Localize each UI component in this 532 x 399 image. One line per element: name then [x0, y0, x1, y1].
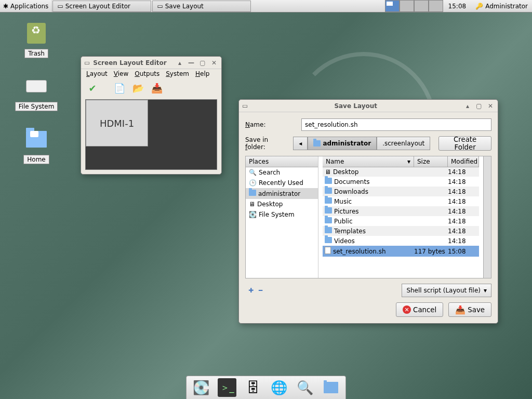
- path-segment-screenlayout[interactable]: .screenlayout: [377, 137, 430, 150]
- dock-terminal[interactable]: ＞_: [218, 378, 236, 397]
- workspace-2[interactable]: [400, 0, 414, 12]
- workspace-3[interactable]: [414, 0, 429, 12]
- apply-button[interactable]: ✔: [85, 81, 100, 95]
- file-row-public[interactable]: Public14:18: [323, 216, 479, 226]
- folder-icon: [325, 217, 332, 225]
- file-name: Downloads: [334, 188, 368, 195]
- place-item-search[interactable]: 🔍Search: [246, 167, 318, 178]
- toolbar: ✔ 📄 📂 📥: [81, 78, 221, 97]
- workspace-pager[interactable]: [385, 0, 443, 12]
- file-modified: 15:08: [448, 248, 479, 255]
- dock-search-doc[interactable]: 🔍: [296, 378, 314, 397]
- file-list: Name ▾ Size Modified 🖥Desktop14:18Docume…: [323, 156, 479, 278]
- save-icon: 📥: [455, 305, 466, 315]
- scrollbar-vertical[interactable]: [483, 156, 491, 278]
- file-modified: 14:18: [448, 218, 479, 225]
- applications-menu[interactable]: ✱ Applications: [0, 0, 52, 12]
- save-button[interactable]: 📥 Save: [448, 302, 491, 317]
- place-item-recently-used[interactable]: 🕒Recently Used: [246, 178, 318, 188]
- minimize-button[interactable]: —: [187, 59, 195, 67]
- taskbar-item-save-layout[interactable]: ▭ Save Layout: [152, 1, 251, 12]
- maximize-button[interactable]: ▢: [198, 59, 207, 67]
- desktop-icon-label: Trash: [24, 49, 48, 58]
- titlebar[interactable]: ▭ Screen Layout Editor ▴ — ▢ ✕: [81, 57, 221, 69]
- filetype-combo[interactable]: Shell script (Layout file) ▾: [402, 284, 491, 297]
- places-header[interactable]: Places: [246, 156, 318, 167]
- close-button[interactable]: ✕: [210, 59, 218, 67]
- folder-label: Save in folder:: [245, 136, 289, 151]
- place-item-file-system[interactable]: 💽File System: [246, 209, 318, 220]
- new-layout-button[interactable]: 📄: [112, 81, 127, 95]
- workspace-1[interactable]: [385, 0, 400, 12]
- file-row-desktop[interactable]: 🖥Desktop14:18: [323, 167, 479, 177]
- applications-label: Applications: [10, 3, 48, 10]
- file-row-music[interactable]: Music14:18: [323, 196, 479, 206]
- file-name: Public: [334, 218, 353, 225]
- column-size[interactable]: Size: [414, 156, 448, 167]
- desktop-icon-filesystem[interactable]: File System: [10, 74, 62, 111]
- user-menu[interactable]: 🔑 Administrator: [471, 3, 532, 10]
- add-place-button[interactable]: ✚: [248, 287, 254, 294]
- display-hdmi-1[interactable]: HDMI-1: [86, 100, 148, 147]
- menu-outputs[interactable]: Outputs: [135, 70, 159, 77]
- file-row-templates[interactable]: Templates14:18: [323, 226, 479, 236]
- menu-view[interactable]: View: [114, 70, 128, 77]
- display-canvas[interactable]: HDMI-1: [85, 99, 217, 170]
- close-button[interactable]: ✕: [486, 102, 495, 110]
- clock[interactable]: 15:08: [443, 3, 472, 10]
- desktop-icon-trash[interactable]: Trash: [10, 21, 62, 58]
- file-row-videos[interactable]: Videos14:18: [323, 236, 479, 246]
- file-name: Documents: [334, 178, 369, 185]
- dock-file-manager[interactable]: 🗄: [244, 378, 262, 397]
- chevron-down-icon: ▾: [484, 287, 487, 294]
- taskbar-item-layout-editor[interactable]: ▭ Screen Layout Editor: [52, 1, 151, 12]
- column-name[interactable]: Name ▾: [323, 156, 414, 167]
- drive-icon: [26, 80, 47, 92]
- save-layout-button[interactable]: 📥: [150, 81, 164, 95]
- dock-folder[interactable]: [322, 378, 340, 397]
- filetype-label: Shell script (Layout file): [406, 287, 481, 294]
- place-label: Search: [259, 169, 280, 176]
- name-label: Name:: [245, 121, 297, 128]
- remove-place-button[interactable]: ━: [259, 287, 262, 294]
- open-layout-button[interactable]: 📂: [131, 81, 145, 95]
- recent-icon: 🕒: [249, 179, 257, 187]
- applications-icon: ✱: [3, 3, 8, 10]
- dock-drive[interactable]: 💽: [192, 378, 210, 397]
- filename-input[interactable]: [301, 118, 491, 131]
- place-item-administrator[interactable]: administrator: [246, 188, 318, 199]
- window-icon: ▭: [84, 59, 90, 66]
- roll-up-button[interactable]: ▴: [176, 59, 184, 67]
- menu-layout[interactable]: Layout: [86, 70, 108, 77]
- titlebar[interactable]: ▭ Save Layout ▴ ▢ ✕: [239, 100, 498, 112]
- bottom-dock: 💽 ＞_ 🗄 🌐 🔍: [186, 376, 346, 399]
- dialog-actions: ✕ Cancel 📥 Save: [245, 302, 491, 317]
- file-chooser: Places 🔍Search🕒Recently Usedadministrato…: [245, 156, 491, 278]
- menu-system[interactable]: System: [166, 70, 189, 77]
- path-back-button[interactable]: ◂: [293, 137, 308, 150]
- menu-help[interactable]: Help: [195, 70, 209, 77]
- workspace-4[interactable]: [429, 0, 443, 12]
- place-item-desktop[interactable]: 🖥Desktop: [246, 199, 318, 209]
- place-label: Recently Used: [259, 179, 303, 187]
- maximize-button[interactable]: ▢: [475, 102, 483, 110]
- window-save-layout: ▭ Save Layout ▴ ▢ ✕ Name: Save in folder…: [238, 99, 498, 324]
- file-size: 117 bytes: [414, 248, 448, 255]
- file-row-set-resolution-sh[interactable]: set_resolution.sh117 bytes15:08: [323, 246, 479, 257]
- user-label: Administrator: [485, 3, 528, 10]
- desktop-icon-home[interactable]: Home: [10, 127, 62, 164]
- cancel-button[interactable]: ✕ Cancel: [396, 302, 443, 317]
- file-row-pictures[interactable]: Pictures14:18: [323, 206, 479, 216]
- column-modified[interactable]: Modified: [448, 156, 479, 167]
- create-folder-button[interactable]: Create Folder: [438, 136, 491, 151]
- place-label: Desktop: [257, 201, 283, 208]
- desktop-icon-label: File System: [15, 102, 58, 111]
- dialog-body: Name: Save in folder: ◂ administrator .s…: [239, 112, 498, 323]
- file-row-downloads[interactable]: Downloads14:18: [323, 187, 479, 196]
- roll-up-button[interactable]: ▴: [463, 102, 472, 110]
- dock-browser[interactable]: 🌐: [270, 378, 288, 397]
- file-modified: 14:18: [448, 208, 479, 215]
- file-modified: 14:18: [448, 198, 479, 205]
- path-segment-current[interactable]: administrator: [308, 137, 377, 150]
- file-row-documents[interactable]: Documents14:18: [323, 177, 479, 187]
